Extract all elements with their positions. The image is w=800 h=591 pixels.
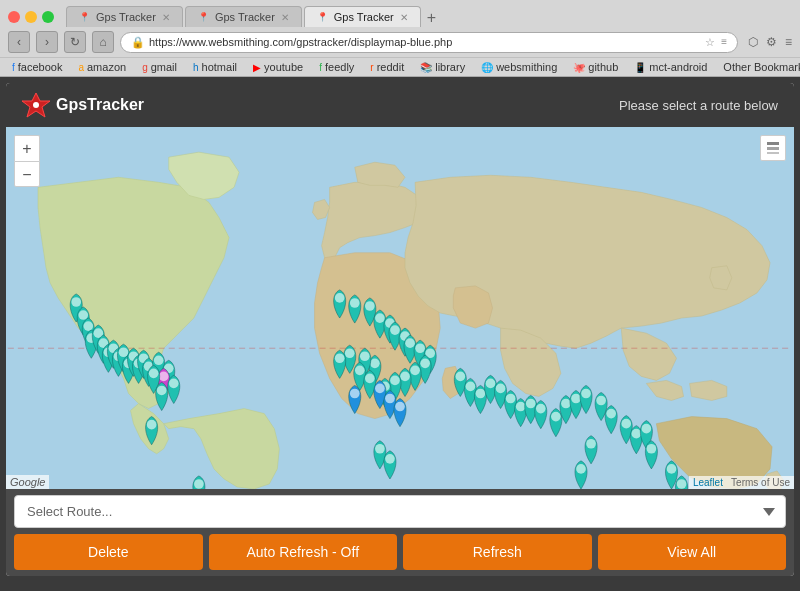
map-attribution: Google xyxy=(6,475,49,489)
youtube-icon: ▶ xyxy=(253,62,261,73)
bookmark-label-facebook: facebook xyxy=(18,61,63,73)
app-logo: GpsTracker xyxy=(22,91,144,119)
bookmark-library[interactable]: 📚 library xyxy=(416,60,469,74)
bottom-controls: Select Route... Delete Auto Refresh - Of… xyxy=(6,489,794,576)
app-header: GpsTracker Please select a route below xyxy=(6,83,794,127)
map-terms: Leaflet Terms of Use xyxy=(689,476,794,489)
bookmark-label-gmail: gmail xyxy=(151,61,177,73)
forward-button[interactable]: › xyxy=(36,31,58,53)
tab-favicon-2: 📍 xyxy=(198,12,209,22)
delete-button[interactable]: Delete xyxy=(14,534,203,570)
select-route-dropdown[interactable]: Select Route... xyxy=(14,495,786,528)
tab-2[interactable]: 📍 Gps Tracker ✕ xyxy=(185,6,302,27)
bookmark-label-feedly: feedly xyxy=(325,61,354,73)
tab-bar: 📍 Gps Tracker ✕ 📍 Gps Tracker ✕ 📍 Gps Tr… xyxy=(66,6,440,27)
bookmark-gmail[interactable]: g gmail xyxy=(138,60,181,74)
terms-text: Terms of Use xyxy=(731,477,790,488)
gps-tracker-logo xyxy=(22,91,50,119)
svg-rect-6 xyxy=(767,152,779,154)
browser-chrome: 📍 Gps Tracker ✕ 📍 Gps Tracker ✕ 📍 Gps Tr… xyxy=(0,0,800,77)
bookmark-label-websmithing: websmithing xyxy=(496,61,557,73)
maximize-button[interactable] xyxy=(42,11,54,23)
svg-rect-4 xyxy=(767,142,779,145)
app-container: GpsTracker Please select a route below xyxy=(6,83,794,576)
bookmark-reddit[interactable]: r reddit xyxy=(366,60,408,74)
facebook-icon: f xyxy=(12,62,15,73)
back-button[interactable]: ‹ xyxy=(8,31,30,53)
bookmark-hotmail[interactable]: h hotmail xyxy=(189,60,241,74)
bookmark-mct-android[interactable]: 📱 mct-android xyxy=(630,60,711,74)
traffic-lights xyxy=(8,11,54,23)
bookmark-label-other: Other Bookmarks xyxy=(723,61,800,73)
refresh-button[interactable]: Refresh xyxy=(403,534,592,570)
bookmark-label-hotmail: hotmail xyxy=(202,61,237,73)
address-bar-icons: ☆ ≡ xyxy=(705,36,727,49)
close-button[interactable] xyxy=(8,11,20,23)
mct-android-icon: 📱 xyxy=(634,62,646,73)
bookmark-websmithing[interactable]: 🌐 websmithing xyxy=(477,60,561,74)
zoom-in-button[interactable]: + xyxy=(14,135,40,161)
tab-3[interactable]: 📍 Gps Tracker ✕ xyxy=(304,6,421,27)
hotmail-icon: h xyxy=(193,62,199,73)
bookmark-feedly[interactable]: f feedly xyxy=(315,60,358,74)
tab-close-1[interactable]: ✕ xyxy=(162,12,170,23)
bookmark-label-mct-android: mct-android xyxy=(649,61,707,73)
extension-icon-3[interactable]: ≡ xyxy=(785,35,792,49)
app-subtitle: Please select a route below xyxy=(619,98,778,113)
bookmark-other[interactable]: Other Bookmarks xyxy=(719,60,800,74)
extension-icon-1[interactable]: ⬡ xyxy=(748,35,758,49)
address-bar-row: ‹ › ↻ ⌂ 🔒 https://www.websmithing.com/gp… xyxy=(0,27,800,57)
map-container[interactable]: + − Google Leaflet Terms of Use xyxy=(6,127,794,489)
github-icon: 🐙 xyxy=(573,62,585,73)
svg-point-1 xyxy=(33,102,39,108)
layers-icon xyxy=(765,140,781,156)
leaflet-link[interactable]: Leaflet xyxy=(693,477,723,488)
address-bar[interactable]: 🔒 https://www.websmithing.com/gpstracker… xyxy=(120,32,738,53)
world-map-svg xyxy=(6,127,794,489)
view-all-button[interactable]: View All xyxy=(598,534,787,570)
reader-icon[interactable]: ≡ xyxy=(721,36,727,49)
bookmark-youtube[interactable]: ▶ youtube xyxy=(249,60,307,74)
google-watermark: Google xyxy=(10,476,45,488)
websmithing-icon: 🌐 xyxy=(481,62,493,73)
minimize-button[interactable] xyxy=(25,11,37,23)
action-buttons: Delete Auto Refresh - Off Refresh View A… xyxy=(14,534,786,570)
select-route-row: Select Route... xyxy=(14,495,786,528)
zoom-out-button[interactable]: − xyxy=(14,161,40,187)
bookmark-github[interactable]: 🐙 github xyxy=(569,60,622,74)
extension-icon-2[interactable]: ⚙ xyxy=(766,35,777,49)
url-text: https://www.websmithing.com/gpstracker/d… xyxy=(149,36,452,48)
gmail-icon: g xyxy=(142,62,148,73)
title-bar: 📍 Gps Tracker ✕ 📍 Gps Tracker ✕ 📍 Gps Tr… xyxy=(0,0,800,27)
amazon-icon: a xyxy=(78,62,84,73)
bookmark-label-reddit: reddit xyxy=(377,61,405,73)
bookmark-label-youtube: youtube xyxy=(264,61,303,73)
reload-button[interactable]: ↻ xyxy=(64,31,86,53)
tab-1[interactable]: 📍 Gps Tracker ✕ xyxy=(66,6,183,27)
feedly-icon: f xyxy=(319,62,322,73)
tab-close-2[interactable]: ✕ xyxy=(281,12,289,23)
bookmark-label-amazon: amazon xyxy=(87,61,126,73)
home-button[interactable]: ⌂ xyxy=(92,31,114,53)
star-icon[interactable]: ☆ xyxy=(705,36,715,49)
tab-close-3[interactable]: ✕ xyxy=(400,12,408,23)
lock-icon: 🔒 xyxy=(131,36,145,49)
tab-label-1: Gps Tracker xyxy=(96,11,156,23)
bookmark-facebook[interactable]: f facebook xyxy=(8,60,66,74)
map-zoom-controls: + − xyxy=(14,135,40,187)
new-tab-button[interactable]: + xyxy=(423,9,440,27)
reddit-icon: r xyxy=(370,62,373,73)
tab-favicon-1: 📍 xyxy=(79,12,90,22)
tab-favicon-3: 📍 xyxy=(317,12,328,22)
tab-label-3: Gps Tracker xyxy=(334,11,394,23)
app-title: GpsTracker xyxy=(56,96,144,114)
bookmark-label-github: github xyxy=(588,61,618,73)
auto-refresh-button[interactable]: Auto Refresh - Off xyxy=(209,534,398,570)
bookmarks-bar: f facebook a amazon g gmail h hotmail ▶ … xyxy=(0,57,800,76)
layer-control-button[interactable] xyxy=(760,135,786,161)
toolbar-icons: ⬡ ⚙ ≡ xyxy=(748,35,792,49)
library-icon: 📚 xyxy=(420,62,432,73)
bookmark-amazon[interactable]: a amazon xyxy=(74,60,130,74)
bookmark-label-library: library xyxy=(435,61,465,73)
svg-rect-5 xyxy=(767,147,779,150)
